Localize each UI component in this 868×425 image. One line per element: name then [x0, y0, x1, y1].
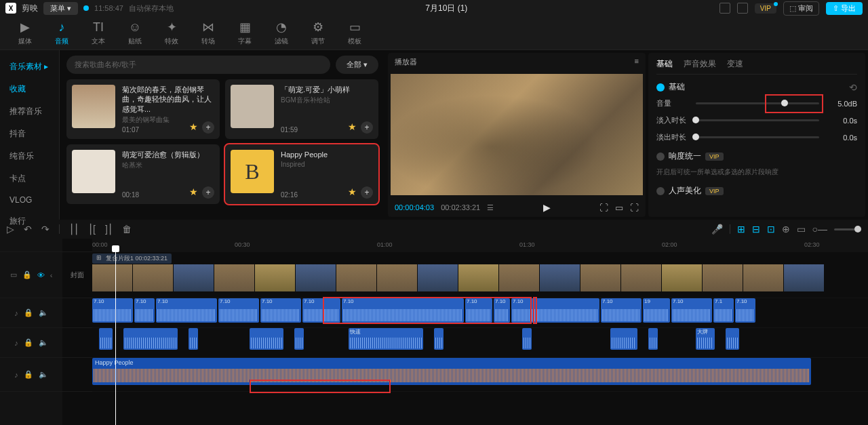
zoom-slider[interactable]: [834, 228, 861, 230]
favorite-icon[interactable]: ★: [348, 121, 357, 134]
add-button[interactable]: +: [361, 186, 373, 199]
audio2-track-head[interactable]: ♪🔒🔈: [0, 328, 62, 358]
video-track[interactable]: ⊞复合片段1 00:02:33:21: [92, 252, 868, 298]
split-left-tool[interactable]: ⎮[: [88, 224, 96, 235]
project-title[interactable]: 7月10日 (1): [179, 3, 714, 14]
props-tab-sound-effect[interactable]: 声音效果: [684, 58, 716, 70]
tab-sticker[interactable]: ☺贴纸: [117, 20, 153, 46]
marker-clip[interactable]: [610, 328, 637, 350]
pointer-tool[interactable]: ▷: [7, 224, 14, 235]
add-button[interactable]: +: [202, 186, 214, 199]
video-clip[interactable]: [255, 264, 295, 291]
audio-track-1[interactable]: 7.10 7.10 7.10 7.10 7.10 7.10 7.10 7.10 …: [92, 298, 868, 328]
link-tool[interactable]: ⊟: [752, 224, 760, 235]
redo-button[interactable]: ↷: [41, 224, 50, 235]
reset-icon[interactable]: ⟲: [849, 82, 857, 93]
music-track-head[interactable]: ♪🔒🔈: [0, 358, 62, 392]
add-button[interactable]: +: [361, 121, 373, 134]
align-icon[interactable]: ⊕: [782, 224, 790, 235]
crop-icon[interactable]: ⛶: [599, 203, 608, 213]
tab-transition[interactable]: ⋈转场: [190, 20, 226, 46]
review-button[interactable]: ⬚ 审阅: [783, 1, 819, 16]
audio-clip[interactable]: 7.10: [671, 298, 712, 323]
filter-all-button[interactable]: 全部 ▾: [336, 56, 378, 74]
video-clip[interactable]: [296, 264, 336, 291]
video-clip[interactable]: [540, 264, 580, 291]
music-track[interactable]: Happy People: [92, 358, 868, 392]
video-clip[interactable]: [662, 264, 702, 291]
music-card[interactable]: 萌宠可爱治愈（剪辑版） 哈基米 00:18 ★+: [66, 144, 220, 204]
fadein-slider[interactable]: [696, 119, 819, 121]
audio-clip[interactable]: 7.10: [218, 298, 259, 323]
video-clip[interactable]: [418, 264, 458, 291]
audio-clip[interactable]: 7.10: [134, 298, 155, 323]
music-card-selected[interactable]: B Happy People Inspired 02:16 ★+: [225, 144, 378, 204]
fadeout-value[interactable]: 0.0s: [826, 134, 857, 142]
tab-adjust[interactable]: ⚙调节: [300, 20, 336, 46]
split-right-tool[interactable]: ]⎮: [105, 224, 113, 235]
tab-effect[interactable]: ✦特效: [153, 20, 190, 46]
tab-filter[interactable]: ◔滤镜: [263, 20, 300, 46]
favorite-icon[interactable]: ★: [189, 186, 198, 199]
marker-clip[interactable]: [726, 328, 739, 350]
preview-tool[interactable]: ⊡: [767, 224, 775, 235]
undo-button[interactable]: ↶: [24, 224, 32, 235]
favorite-icon[interactable]: ★: [348, 186, 357, 199]
tab-audio[interactable]: ♪音频: [43, 20, 80, 46]
delete-tool[interactable]: 🗑: [122, 224, 132, 235]
tab-media[interactable]: ▶媒体: [7, 20, 43, 46]
layout-icon[interactable]: [719, 3, 730, 14]
player-menu-icon[interactable]: ≡: [635, 57, 639, 67]
tab-template[interactable]: ▭模板: [336, 20, 373, 46]
ratio-icon[interactable]: ▭: [615, 203, 623, 213]
marker-clip[interactable]: [434, 328, 443, 350]
audio-clip[interactable]: 7.10: [601, 298, 642, 323]
voice-toggle[interactable]: [656, 187, 665, 195]
marker-clip[interactable]: [294, 328, 304, 350]
marker-clip[interactable]: [189, 328, 198, 350]
audio-clip[interactable]: 7.10: [735, 298, 755, 323]
video-clip[interactable]: [458, 264, 498, 291]
music-card[interactable]: 菊次郎的春天，原创钢琴曲，奇趣轻快的曲风，让人感觉耳... 最美的钢琴曲集 01…: [66, 79, 220, 139]
nav-douyin[interactable]: 抖音: [0, 123, 59, 145]
fadein-value[interactable]: 0.0s: [826, 117, 857, 125]
snap-tool[interactable]: ⊞: [737, 224, 745, 235]
audio-track-2[interactable]: 快速 大牌: [92, 328, 868, 358]
nav-music-library[interactable]: 音乐素材 ▸: [0, 56, 59, 78]
marker-clip[interactable]: [250, 328, 283, 350]
audio-clip[interactable]: 7.10: [260, 298, 301, 323]
timeline-body[interactable]: 00:00 00:30 01:00 01:30 02:00 02:30 ⊞复合片…: [92, 239, 868, 425]
audio-clip[interactable]: 7.10: [156, 298, 217, 323]
marker-clip[interactable]: [123, 328, 178, 350]
track-icon[interactable]: ▭: [797, 224, 806, 235]
audio-clip[interactable]: 7.1: [713, 298, 734, 323]
favorite-icon[interactable]: ★: [189, 121, 198, 134]
export-button[interactable]: ⇧ 导出: [826, 2, 863, 15]
tab-subtitle[interactable]: ▦字幕: [226, 20, 263, 46]
nav-recommended[interactable]: 推荐音乐: [0, 100, 59, 123]
add-button[interactable]: +: [202, 121, 214, 134]
audio-clip[interactable]: 19: [643, 298, 670, 323]
video-clip[interactable]: [499, 264, 539, 291]
marker-clip[interactable]: [522, 328, 532, 350]
marker-clip[interactable]: [99, 328, 113, 350]
nav-pure-music[interactable]: 纯音乐: [0, 145, 59, 167]
video-clip[interactable]: [133, 264, 173, 291]
video-clip[interactable]: [174, 264, 214, 291]
nav-beat[interactable]: 卡点: [0, 167, 59, 190]
panel-icon[interactable]: [737, 3, 748, 14]
cover-button[interactable]: 封面: [62, 252, 92, 298]
vip-badge[interactable]: VIP: [755, 3, 776, 14]
props-tab-basic[interactable]: 基础: [656, 58, 673, 70]
menu-button[interactable]: 菜单 ▾: [43, 2, 78, 15]
audio-track-head[interactable]: ♪🔒🔈: [0, 298, 62, 328]
basic-toggle[interactable]: [656, 83, 665, 92]
nav-favorites[interactable]: 收藏: [0, 78, 59, 100]
audio-clip[interactable]: 7.10: [92, 298, 133, 323]
zoom-out-icon[interactable]: ○—: [812, 224, 827, 235]
tab-text[interactable]: TI文本: [80, 20, 117, 46]
volume-value[interactable]: 5.0dB: [826, 100, 857, 108]
video-clip[interactable]: [784, 264, 824, 291]
video-clip[interactable]: [580, 264, 620, 291]
video-clip[interactable]: [377, 264, 417, 291]
